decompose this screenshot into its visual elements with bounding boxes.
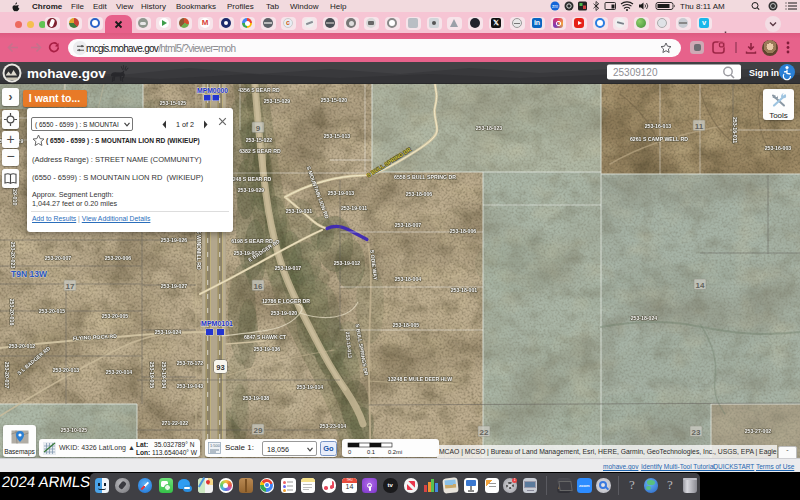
svg-text:MPM0101: MPM0101 [201,320,233,327]
svg-text:253-15-013: 253-15-013 [324,133,351,139]
svg-text:253-15-020: 253-15-020 [321,97,348,103]
svg-text:253-19-038: 253-19-038 [243,395,270,401]
svg-text:253-19-043: 253-19-043 [177,383,204,389]
svg-text:25309120: 25309120 [613,67,658,78]
svg-text:6382 S BEAR RD: 6382 S BEAR RD [239,148,281,154]
svg-text:253-19-017: 253-19-017 [275,265,302,271]
svg-text:16: 16 [254,282,263,291]
svg-text:253-18-005: 253-18-005 [393,322,420,328]
svg-text:253-20-006: 253-20-006 [105,255,132,261]
svg-text:253-18-024: 253-18-024 [631,315,658,321]
svg-text:253-20-014: 253-20-014 [106,369,133,375]
svg-text:253-20-015: 253-20-015 [39,308,66,314]
svg-text:93: 93 [216,363,224,372]
svg-text:253-19-029: 253-19-029 [238,187,265,193]
svg-text:mohave.gov: mohave.gov [27,66,106,81]
svg-text:Sign in: Sign in [749,68,779,78]
svg-text:253-20-017: 253-20-017 [4,362,10,389]
svg-text:253-20-013: 253-20-013 [53,367,80,373]
svg-text:253-18-023: 253-18-023 [476,125,503,131]
svg-text:253-16-013: 253-16-013 [645,123,672,129]
svg-text:253-19-012: 253-19-012 [334,260,361,266]
svg-text:0.1: 0.1 [367,449,375,455]
svg-text:17: 17 [66,282,75,291]
svg-text:253-27-002: 253-27-002 [745,428,772,434]
svg-text:6847 S HAWK CT: 6847 S HAWK CT [244,334,287,340]
svg-text:9: 9 [256,124,261,133]
svg-text:253-19-036: 253-19-036 [254,346,281,352]
svg-text:253-20-012: 253-20-012 [9,343,36,349]
svg-text:253-15-029: 253-15-029 [264,98,291,104]
svg-text:253-10-025: 253-10-025 [61,427,88,433]
svg-text:253-19-026: 253-19-026 [161,237,188,243]
svg-text:253-20-007: 253-20-007 [45,255,72,261]
svg-text:0: 0 [348,449,351,455]
svg-text:MPM0000: MPM0000 [197,87,228,94]
svg-text:253-19-024: 253-19-024 [155,329,182,335]
svg-text:23: 23 [692,428,701,437]
svg-text:253-19-034: 253-19-034 [161,362,167,389]
svg-text:253-19-035: 253-19-035 [149,362,155,389]
svg-text:14: 14 [696,281,705,290]
svg-text:253-20-023: 253-20-023 [10,242,16,269]
svg-text:248 S BEAR RD: 248 S BEAR RD [233,176,272,182]
svg-text:253-18-004: 253-18-004 [395,276,422,282]
svg-text:253-78-172: 253-78-172 [177,360,204,366]
svg-text:253-19-031: 253-19-031 [286,208,313,214]
svg-text:253-15-022: 253-15-022 [246,137,273,143]
svg-text:253-15-025: 253-15-025 [160,100,187,106]
svg-text:11: 11 [695,122,704,131]
svg-text:22: 22 [480,428,489,437]
svg-text:6558 S BULL SPRING DR: 6558 S BULL SPRING DR [394,174,456,180]
svg-text:253-18-006: 253-18-006 [450,228,477,234]
svg-text:12786 E LOGER DR: 12786 E LOGER DR [262,298,310,304]
svg-text:253-18-001: 253-18-001 [451,287,478,293]
svg-text:253-16-011: 253-16-011 [732,117,738,143]
svg-text:0.2mi: 0.2mi [388,449,402,455]
svg-text:253-19-027: 253-19-027 [161,283,188,289]
svg-text:253-18-006: 253-18-006 [406,191,433,197]
svg-text:253-19-011: 253-19-011 [341,205,367,211]
svg-text:29: 29 [254,426,263,435]
svg-text:6261 S CAMP WELL RD: 6261 S CAMP WELL RD [630,136,688,142]
svg-text:4356 S BEAR RD: 4356 S BEAR RD [238,87,280,93]
svg-text:253-19-014: 253-19-014 [297,384,324,390]
svg-text:253-23-014: 253-23-014 [320,423,347,429]
svg-text:S WINDMILL RD: S WINDMILL RD [196,230,202,270]
svg-text:T9N 13W: T9N 13W [11,269,48,279]
svg-text:253-19-013: 253-19-013 [328,190,355,196]
svg-text:253-18-007: 253-18-007 [395,222,422,228]
svg-text:271-22-022: 271-22-022 [162,420,189,426]
svg-text:253-20-005: 253-20-005 [102,313,129,319]
svg-text:253-20-016: 253-20-016 [9,299,15,326]
svg-text:13248 E MULE DEER HLW: 13248 E MULE DEER HLW [388,376,452,382]
svg-text:253-19-020: 253-19-020 [271,310,298,316]
svg-text:1:500: 1:500 [210,443,221,448]
svg-text:zm: zm [552,4,558,9]
svg-text:1 of 2: 1 of 2 [176,120,194,129]
svg-text:253-16-003: 253-16-003 [765,145,792,151]
svg-text:6198 S BEAR RD: 6198 S BEAR RD [231,238,273,244]
